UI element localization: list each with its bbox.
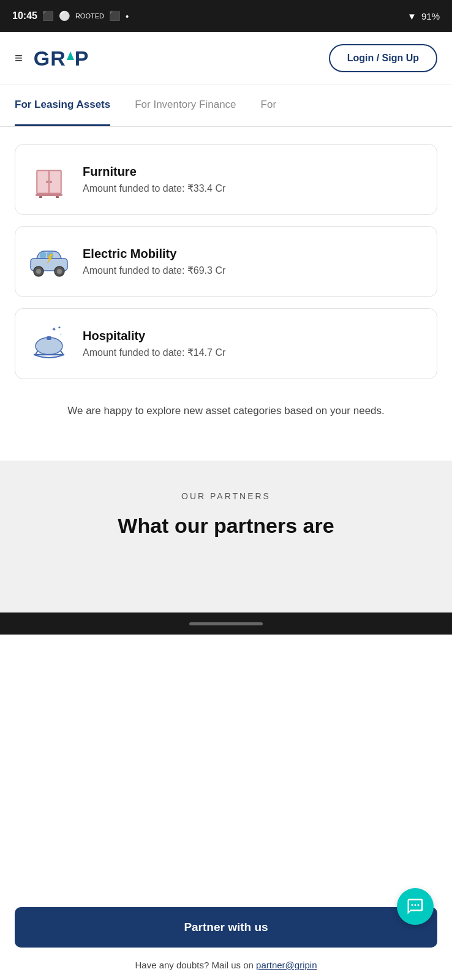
status-left: 10:45 ⬛ ⚪ ROOTED ⬛ • bbox=[12, 10, 129, 21]
battery-icon: 91% bbox=[421, 11, 440, 21]
asset-card-ev[interactable]: Electric Mobility Amount funded to date:… bbox=[15, 226, 437, 297]
logo-r: R bbox=[50, 47, 66, 70]
svg-rect-7 bbox=[39, 196, 42, 198]
bottom-bar: Partner with us Have any doubts? Mail us… bbox=[0, 907, 452, 980]
rooted-icon: ROOTED bbox=[75, 12, 104, 20]
hospitality-amount: Amount funded to date: ₹14.7 Cr bbox=[83, 347, 424, 358]
login-signup-button[interactable]: Login / Sign Up bbox=[329, 44, 437, 72]
svg-point-4 bbox=[46, 181, 48, 183]
svg-rect-6 bbox=[36, 194, 62, 196]
tab-inventory-finance[interactable]: For Inventory Finance bbox=[135, 85, 236, 126]
grid-icon: ⬛ bbox=[109, 10, 121, 21]
circle-icon: ⚪ bbox=[59, 10, 70, 21]
svg-point-24 bbox=[415, 904, 416, 906]
ev-amount: Amount funded to date: ₹69.3 Cr bbox=[83, 265, 424, 276]
svg-point-5 bbox=[50, 181, 52, 183]
hospitality-info: Hospitality Amount funded to date: ₹14.7… bbox=[83, 329, 424, 358]
home-indicator-bar bbox=[189, 622, 263, 625]
ev-icon-wrap bbox=[28, 240, 70, 283]
svg-rect-8 bbox=[56, 196, 59, 198]
svg-point-25 bbox=[418, 904, 420, 906]
partner-btn-wrap: Partner with us bbox=[0, 907, 452, 955]
hamburger-icon[interactable]: ≡ bbox=[15, 50, 23, 66]
logo-arrow-icon bbox=[67, 51, 74, 60]
svg-rect-21 bbox=[47, 336, 51, 340]
media-icon: ⬛ bbox=[42, 10, 54, 21]
furniture-icon-wrap bbox=[28, 158, 70, 201]
furniture-info: Furniture Amount funded to date: ₹33.4 C… bbox=[83, 165, 424, 194]
svg-text:✦: ✦ bbox=[51, 326, 56, 333]
hospitality-icon: ✦ ✦ + bbox=[29, 324, 69, 364]
partner-with-us-button[interactable]: Partner with us bbox=[15, 907, 437, 948]
hospitality-icon-wrap: ✦ ✦ + bbox=[28, 322, 70, 365]
svg-point-15 bbox=[57, 269, 62, 274]
header-left: ≡ GRP bbox=[15, 47, 89, 70]
footer-email-link[interactable]: partner@gripin bbox=[256, 960, 317, 970]
partners-heading: What our partners are bbox=[18, 512, 434, 539]
header: ≡ GRP Login / Sign Up bbox=[0, 32, 452, 85]
footer-text: Have any doubts? Mail us on partner@grip… bbox=[0, 955, 452, 980]
logo-g: G bbox=[34, 47, 50, 70]
svg-point-23 bbox=[412, 904, 413, 906]
status-time: 10:45 bbox=[12, 10, 37, 21]
explore-text: We are happy to explore new asset catego… bbox=[15, 390, 437, 443]
tab-more[interactable]: For bbox=[261, 85, 277, 126]
partners-label: OUR PARTNERS bbox=[18, 491, 434, 501]
svg-point-13 bbox=[36, 269, 41, 274]
logo: GRP bbox=[34, 47, 89, 70]
asset-card-hospitality[interactable]: ✦ ✦ + Hospitality Amount funded to date:… bbox=[15, 308, 437, 379]
logo-p: P bbox=[75, 47, 89, 70]
home-indicator bbox=[0, 612, 452, 635]
svg-text:+: + bbox=[60, 332, 62, 336]
svg-rect-10 bbox=[40, 252, 46, 258]
main-content: Furniture Amount funded to date: ₹33.4 C… bbox=[0, 127, 452, 461]
status-right: ▼ 91% bbox=[407, 11, 440, 21]
tabs-container: For Leasing Assets For Inventory Finance… bbox=[0, 85, 452, 127]
ev-name: Electric Mobility bbox=[83, 247, 424, 261]
furniture-icon bbox=[31, 161, 67, 198]
chat-icon bbox=[406, 897, 424, 916]
tab-leasing-assets[interactable]: For Leasing Assets bbox=[15, 85, 110, 126]
svg-point-20 bbox=[36, 337, 62, 355]
hospitality-name: Hospitality bbox=[83, 329, 424, 343]
furniture-amount: Amount funded to date: ₹33.4 Cr bbox=[83, 183, 424, 194]
asset-card-furniture[interactable]: Furniture Amount funded to date: ₹33.4 C… bbox=[15, 144, 437, 215]
status-bar: 10:45 ⬛ ⚪ ROOTED ⬛ • ▼ 91% bbox=[0, 0, 452, 32]
partners-section: OUR PARTNERS What our partners are bbox=[0, 461, 452, 612]
furniture-name: Furniture bbox=[83, 165, 424, 179]
svg-text:✦: ✦ bbox=[58, 325, 61, 330]
chat-button[interactable] bbox=[397, 888, 434, 925]
dot-icon: • bbox=[126, 11, 129, 21]
ev-icon bbox=[28, 245, 70, 279]
wifi-icon: ▼ bbox=[407, 11, 416, 21]
ev-info: Electric Mobility Amount funded to date:… bbox=[83, 247, 424, 276]
